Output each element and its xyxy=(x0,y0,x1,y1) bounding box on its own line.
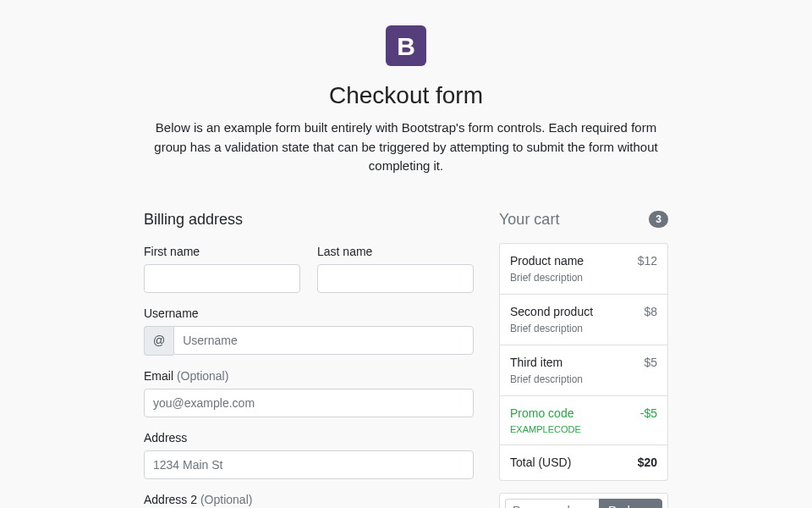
page-lead: Below is an example form built entirely … xyxy=(144,119,668,176)
cart-item-price: $12 xyxy=(638,252,657,285)
redeem-button[interactable]: Redeem xyxy=(599,499,662,508)
cart-total-price: $20 xyxy=(638,454,657,472)
first-name-label: First name xyxy=(144,243,300,261)
last-name-label: Last name xyxy=(317,243,474,261)
username-label: Username xyxy=(144,305,474,323)
address2-label: Address 2 (Optional) xyxy=(144,491,474,509)
promo-form: Redeem xyxy=(499,493,668,508)
last-name-input[interactable] xyxy=(317,264,474,293)
cart-list: Product name Brief description $12 Secon… xyxy=(499,243,668,482)
bootstrap-logo: B xyxy=(386,25,426,66)
address-input[interactable] xyxy=(144,450,474,479)
cart-heading: Your cart xyxy=(499,208,559,231)
cart-item: Product name Brief description $12 xyxy=(500,244,667,295)
address-label: Address xyxy=(144,429,474,447)
logo-letter: B xyxy=(397,27,415,65)
cart-promo: Promo code EXAMPLECODE -$5 xyxy=(500,396,667,446)
cart-item-name: Second product xyxy=(510,305,593,318)
billing-heading: Billing address xyxy=(144,208,474,231)
cart-item-name: Product name xyxy=(510,254,584,268)
promo-input[interactable] xyxy=(505,499,599,508)
cart-item-desc: Brief description xyxy=(510,321,593,336)
cart-promo-code: EXAMPLECODE xyxy=(510,422,581,437)
cart-item: Second product Brief description $8 xyxy=(500,295,667,345)
cart-item: Third item Brief description $5 xyxy=(500,345,667,396)
cart-item-price: $8 xyxy=(644,303,657,336)
email-input[interactable] xyxy=(144,389,474,417)
cart-item-desc: Brief description xyxy=(510,270,584,285)
cart-total: Total (USD) $20 xyxy=(500,445,667,480)
cart-promo-name: Promo code xyxy=(510,406,573,420)
page-title: Checkout form xyxy=(144,78,668,113)
cart-item-name: Third item xyxy=(510,356,562,369)
username-prefix: @ xyxy=(144,326,173,356)
cart-item-desc: Brief description xyxy=(510,372,583,387)
first-name-input[interactable] xyxy=(144,264,300,293)
username-input[interactable] xyxy=(173,326,474,355)
cart-promo-price: -$5 xyxy=(640,405,657,437)
email-label: Email (Optional) xyxy=(144,367,474,385)
cart-count-badge: 3 xyxy=(649,211,668,228)
cart-total-label: Total (USD) xyxy=(510,454,571,472)
cart-item-price: $5 xyxy=(644,354,657,387)
